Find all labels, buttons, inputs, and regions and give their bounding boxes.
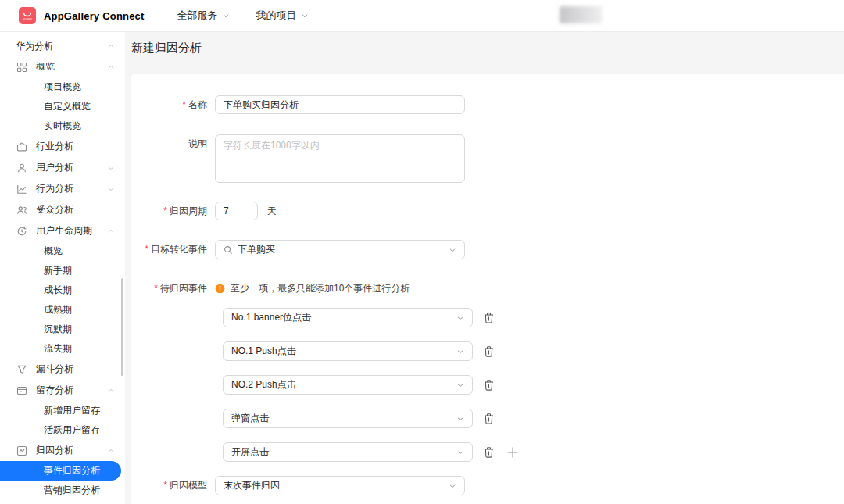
briefcase-icon [16,141,27,152]
lifecycle-icon [16,226,27,237]
main-content: 新建归因分析 *名称 说明 *归因周期 [125,32,844,504]
model-label: 归因模型 [170,480,207,491]
search-icon [224,245,233,255]
required-marker: * [154,283,158,294]
sidebar-item-novice-stage[interactable]: 新手期 [0,261,125,281]
model-select[interactable]: 末次事件归因 [215,476,465,495]
chevron-up-icon [107,387,115,395]
chevron-down-icon [301,12,309,20]
sidebar-item-huawei-analytics[interactable]: 华为分析 [0,36,125,56]
form-card: *名称 说明 *归因周期 天 [131,74,844,504]
chart-trend-icon [16,184,27,195]
candidate-events-hint: 至少一项，最多只能添加10个事件进行分析 [215,279,409,298]
target-event-select[interactable]: 下单购买 [215,240,465,259]
svg-text:HUAWEI: HUAWEI [23,18,32,21]
required-marker: * [163,206,167,216]
period-label: 归因周期 [170,206,207,216]
delete-event-button[interactable] [483,379,495,391]
sidebar-item-event-attribution[interactable]: 事件归因分析 [0,461,121,481]
chevron-down-icon [456,381,464,389]
description-textarea[interactable] [215,134,465,183]
delete-event-button[interactable] [483,446,495,459]
sidebar-item-new-user-retention[interactable]: 新增用户留存 [0,401,125,420]
chevron-down-icon [456,415,464,423]
event-select-2[interactable]: NO.1 Push点击 [223,341,473,361]
brand-title: AppGallery Connect [44,10,145,22]
chevron-down-icon [449,482,456,490]
description-row: 说明 [131,134,844,183]
chevron-down-icon [456,348,464,356]
name-label: 名称 [188,99,207,110]
event-select-5[interactable]: 开屏点击 [223,442,473,462]
add-event-button[interactable] [506,446,519,459]
chevron-down-icon [449,246,456,254]
target-event-label: 目标转化事件 [151,244,207,255]
sidebar-item-industry-analysis[interactable]: 行业分析 [0,136,125,157]
users-icon [16,205,27,216]
sidebar-item-overview-group[interactable]: 概览 [0,56,125,77]
sidebar-item-active-user-retention[interactable]: 活跃用户留存 [0,420,125,440]
sidebar-item-partial[interactable] [0,500,125,504]
period-row: *归因周期 天 [131,202,844,220]
required-marker: * [182,99,186,110]
delete-event-button[interactable] [483,345,495,358]
name-row: *名称 [131,95,844,114]
period-input[interactable] [215,202,258,220]
event-row: 开屏点击 [223,442,844,462]
attribution-chart-icon [16,445,27,456]
event-select-4[interactable]: 弹窗点击 [223,409,473,428]
chevron-down-icon [456,314,464,322]
delete-event-button[interactable] [483,312,495,324]
sidebar-item-silent-stage[interactable]: 沉默期 [0,320,125,339]
chevron-down-icon [107,164,115,172]
sidebar-item-audience-analysis[interactable]: 受众分析 [0,199,125,220]
required-marker: * [163,480,167,491]
chevron-down-icon [456,449,464,456]
sidebar-item-churn-stage[interactable]: 流失期 [0,339,125,359]
sidebar-item-attribution-analysis[interactable]: 归因分析 [0,440,125,461]
sidebar-item-growth-stage[interactable]: 成长期 [0,281,125,300]
chevron-up-icon [107,447,115,455]
candidate-event-list: No.1 banner位点击 NO.1 Push点击 [223,308,844,462]
chevron-down-icon [107,185,115,193]
event-row: NO.1 Push点击 [223,341,844,361]
sidebar-item-user-lifecycle[interactable]: 用户生命周期 [0,220,125,241]
event-row: No.1 banner位点击 [223,308,844,327]
sidebar-item-project-overview[interactable]: 项目概览 [0,77,125,97]
target-event-row: *目标转化事件 下单购买 [131,240,844,259]
sidebar-item-realtime-overview[interactable]: 实时概览 [0,116,125,136]
nav-my-projects[interactable]: 我的项目 [256,9,309,23]
trash-icon [483,413,495,425]
sidebar: 华为分析 概览 项目概览 自定义概览 实时概览 行业分析 用户分析 [0,32,125,504]
sidebar-item-mature-stage[interactable]: 成熟期 [0,300,125,320]
event-select-1[interactable]: No.1 banner位点击 [223,308,473,327]
description-label: 说明 [188,138,207,149]
user-icon [16,163,27,173]
top-nav: 全部服务 我的项目 [177,9,309,23]
funnel-icon [16,364,27,375]
page-title: 新建归因分析 [131,41,202,55]
appgallery-logo-icon[interactable]: HUAWEI [19,7,36,24]
sidebar-item-lifecycle-overview[interactable]: 概览 [0,241,125,261]
name-input[interactable] [215,95,465,114]
trash-icon [483,379,495,391]
delete-event-button[interactable] [483,413,495,425]
trash-icon [483,312,495,324]
grid-icon [16,62,27,73]
nav-all-services[interactable]: 全部服务 [177,9,230,23]
plus-icon [506,446,519,459]
model-row: *归因模型 末次事件归因 [131,476,844,495]
sidebar-item-marketing-attribution[interactable]: 营销归因分析 [0,481,125,500]
sidebar-item-funnel-analysis[interactable]: 漏斗分析 [0,359,125,380]
sidebar-item-behavior-analysis[interactable]: 行为分析 [0,178,125,199]
attribution-form: *名称 说明 *归因周期 天 [131,74,844,495]
sidebar-scrollbar[interactable] [121,278,123,376]
event-select-3[interactable]: NO.2 Push点击 [223,375,473,395]
sidebar-item-retention-analysis[interactable]: 留存分析 [0,380,125,401]
required-marker: * [145,244,148,255]
sidebar-item-user-analysis[interactable]: 用户分析 [0,157,125,178]
chevron-up-icon [107,227,115,235]
board-icon [16,385,27,396]
event-row: 弹窗点击 [223,409,844,428]
sidebar-item-custom-overview[interactable]: 自定义概览 [0,97,125,116]
